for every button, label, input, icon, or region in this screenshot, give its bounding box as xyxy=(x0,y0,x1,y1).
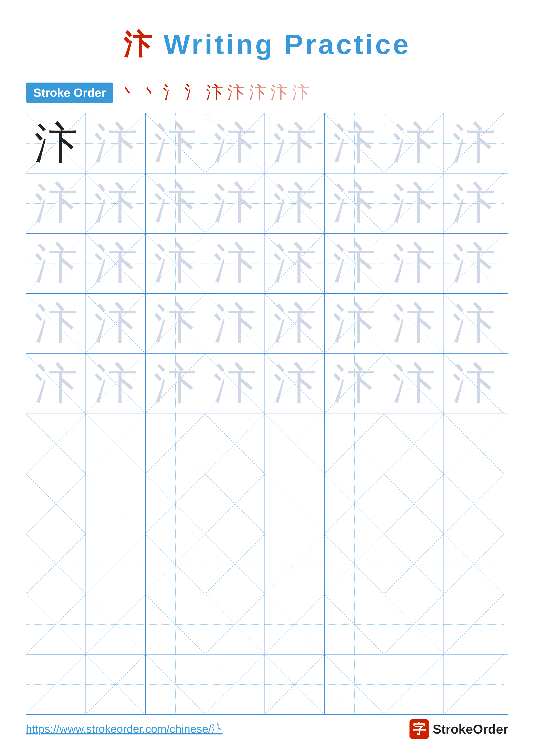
grid-cell[interactable] xyxy=(205,534,265,594)
grid-cell[interactable]: 汴 xyxy=(384,354,444,414)
grid-cell[interactable]: 汴 xyxy=(265,354,325,414)
char-display: 汴 xyxy=(273,114,316,173)
grid-cell[interactable]: 汴 xyxy=(325,113,384,173)
grid-cell[interactable]: 汴 xyxy=(444,294,504,353)
grid-cell[interactable]: 汴 xyxy=(146,174,205,233)
grid-cell[interactable]: 汴 xyxy=(444,113,504,173)
grid-cell[interactable]: 汴 xyxy=(205,354,265,414)
grid-cell[interactable]: 汴 xyxy=(325,354,384,414)
grid-cell[interactable]: 汴 xyxy=(26,174,86,233)
grid-cell[interactable] xyxy=(384,655,444,714)
grid-cell[interactable]: 汴 xyxy=(444,354,504,414)
grid-cell[interactable]: 汴 xyxy=(325,174,384,233)
grid-cell[interactable] xyxy=(146,594,205,654)
grid-cell[interactable] xyxy=(86,414,146,474)
grid-cell[interactable]: 汴 xyxy=(146,354,205,414)
grid-cell[interactable] xyxy=(26,594,86,654)
grid-cell[interactable]: 汴 xyxy=(86,113,146,173)
grid-cell[interactable] xyxy=(384,534,444,594)
grid-cell[interactable]: 汴 xyxy=(26,233,86,293)
grid-cell[interactable]: 汴 xyxy=(325,294,384,353)
svg-line-118 xyxy=(205,534,265,594)
char-display: 汴 xyxy=(94,355,137,413)
grid-cell[interactable]: 汴 xyxy=(146,113,205,173)
stroke-order-chars: 丶 丶 氵 氵 汴 汴 汴 汴 汴 xyxy=(120,81,309,104)
grid-cell[interactable] xyxy=(325,655,384,714)
grid-cell[interactable] xyxy=(265,534,325,594)
grid-cell[interactable] xyxy=(265,414,325,474)
grid-cell[interactable] xyxy=(444,594,504,654)
footer-url[interactable]: https://www.strokeorder.com/chinese/汴 xyxy=(26,721,222,737)
grid-cell[interactable] xyxy=(205,414,265,474)
grid-cell[interactable]: 汴 xyxy=(384,294,444,353)
grid-cell[interactable] xyxy=(444,534,504,594)
grid-cell[interactable]: 汴 xyxy=(205,174,265,233)
grid-cell[interactable] xyxy=(384,594,444,654)
grid-cell[interactable]: 汴 xyxy=(384,174,444,233)
grid-cell[interactable] xyxy=(325,534,384,594)
grid-cell[interactable] xyxy=(205,655,265,714)
grid-cell[interactable]: 汴 xyxy=(444,174,504,233)
grid-cell[interactable]: 汴 xyxy=(86,174,146,233)
svg-line-113 xyxy=(26,534,86,594)
grid-cell[interactable] xyxy=(205,474,265,534)
svg-line-106 xyxy=(325,474,384,534)
grid-cell[interactable] xyxy=(444,474,504,534)
grid-cell[interactable] xyxy=(86,534,146,594)
grid-cell[interactable]: 汴 xyxy=(146,294,205,353)
grid-cell[interactable] xyxy=(26,655,86,714)
char-display: 汴 xyxy=(393,234,436,293)
svg-line-154 xyxy=(325,655,384,714)
svg-line-142 xyxy=(444,594,504,654)
grid-cell[interactable]: 汴 xyxy=(384,233,444,293)
svg-line-96 xyxy=(26,474,86,534)
grid-cell[interactable] xyxy=(444,655,504,714)
grid-cell[interactable] xyxy=(146,655,205,714)
practice-grid: 汴 汴 汴 汴 汴 汴 汴 汴 汴 xyxy=(26,113,508,715)
grid-cell[interactable] xyxy=(265,594,325,654)
grid-cell[interactable]: 汴 xyxy=(205,233,265,293)
grid-cell[interactable] xyxy=(146,414,205,474)
grid-cell[interactable] xyxy=(325,414,384,474)
grid-cell[interactable] xyxy=(26,474,86,534)
grid-cell[interactable]: 汴 xyxy=(146,233,205,293)
svg-line-94 xyxy=(444,414,504,474)
grid-cell[interactable] xyxy=(146,534,205,594)
grid-cell[interactable] xyxy=(265,474,325,534)
grid-cell[interactable]: 汴 xyxy=(265,294,325,353)
char-display: 汴 xyxy=(154,114,197,173)
grid-cell[interactable]: 汴 xyxy=(205,294,265,353)
grid-cell[interactable] xyxy=(444,414,504,474)
grid-row-2: 汴 汴 汴 汴 汴 汴 汴 汴 xyxy=(26,174,508,233)
grid-cell[interactable]: 汴 xyxy=(265,174,325,233)
grid-cell[interactable]: 汴 xyxy=(205,113,265,173)
grid-cell[interactable] xyxy=(325,474,384,534)
grid-cell[interactable] xyxy=(384,474,444,534)
grid-cell[interactable] xyxy=(26,534,86,594)
grid-cell[interactable]: 汴 xyxy=(26,354,86,414)
grid-cell[interactable]: 汴 xyxy=(26,294,86,353)
grid-cell[interactable]: 汴 xyxy=(384,113,444,173)
grid-cell[interactable] xyxy=(86,474,146,534)
grid-cell[interactable]: 汴 xyxy=(265,113,325,173)
grid-cell[interactable] xyxy=(325,594,384,654)
grid-cell[interactable]: 汴 xyxy=(444,233,504,293)
grid-cell[interactable] xyxy=(26,414,86,474)
grid-cell[interactable] xyxy=(205,594,265,654)
grid-cell[interactable] xyxy=(265,655,325,714)
char-display: 汴 xyxy=(333,355,376,413)
grid-cell[interactable]: 汴 xyxy=(86,294,146,353)
grid-cell[interactable] xyxy=(86,655,146,714)
svg-line-88 xyxy=(265,414,324,473)
grid-cell[interactable]: 汴 xyxy=(26,113,86,173)
grid-cell[interactable] xyxy=(86,594,146,654)
grid-cell[interactable]: 汴 xyxy=(265,233,325,293)
grid-cell[interactable]: 汴 xyxy=(86,233,146,293)
svg-line-92 xyxy=(384,414,444,473)
grid-cell[interactable]: 汴 xyxy=(325,233,384,293)
char-display: 汴 xyxy=(214,174,257,232)
svg-line-136 xyxy=(265,595,324,654)
grid-cell[interactable] xyxy=(146,474,205,534)
grid-cell[interactable]: 汴 xyxy=(86,354,146,414)
grid-cell[interactable] xyxy=(384,414,444,474)
